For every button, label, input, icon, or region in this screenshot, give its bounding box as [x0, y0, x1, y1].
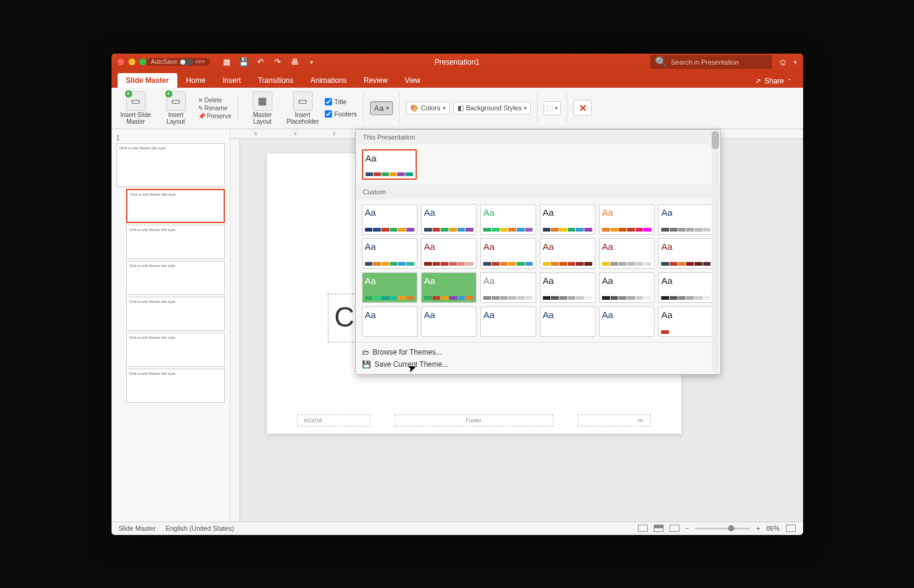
- themes-dropdown-button[interactable]: Aa▾: [370, 101, 393, 115]
- close-window-button[interactable]: [118, 58, 124, 65]
- layout-thumbnail[interactable]: Click to edit Master title style: [126, 189, 225, 223]
- theme-swatch[interactable]: Aa: [480, 306, 536, 337]
- folder-icon: 🗁: [362, 348, 369, 356]
- close-master-button[interactable]: ✕: [573, 100, 592, 116]
- theme-swatch[interactable]: Aa: [540, 272, 595, 303]
- feedback-dropdown-icon[interactable]: ▾: [794, 59, 797, 65]
- theme-swatch[interactable]: Aa: [540, 238, 595, 269]
- insert-layout-button[interactable]: +▭ Insert Layout: [158, 91, 194, 125]
- print-icon[interactable]: 🖶: [289, 57, 300, 68]
- theme-swatch[interactable]: Aa: [362, 204, 417, 235]
- maximize-window-button[interactable]: [140, 58, 146, 65]
- feedback-icon[interactable]: ☺: [778, 57, 787, 67]
- tab-animations[interactable]: Animations: [302, 73, 355, 88]
- reading-view-button[interactable]: [670, 525, 679, 532]
- theme-swatch[interactable]: Aa: [480, 204, 536, 235]
- tab-slide-master[interactable]: Slide Master: [118, 73, 178, 88]
- save-icon: 💾: [362, 360, 371, 369]
- normal-view-button[interactable]: [638, 525, 648, 532]
- status-view-label: Slide Master: [119, 525, 156, 532]
- footer-center-placeholder[interactable]: Footer: [395, 414, 553, 427]
- tab-transitions[interactable]: Transitions: [249, 73, 302, 88]
- theme-swatch[interactable]: Aa: [599, 204, 654, 235]
- themes-scrollbar[interactable]: [712, 131, 719, 373]
- theme-swatch[interactable]: Aa: [421, 306, 476, 337]
- theme-swatch[interactable]: Aa: [362, 238, 417, 269]
- preserve-button[interactable]: 📌Preserve: [198, 113, 232, 119]
- layout-thumbnail[interactable]: Click to edit Master title style: [126, 369, 225, 403]
- layout-thumbnail[interactable]: Click to edit Master title style: [126, 297, 225, 331]
- undo-icon[interactable]: ↶: [255, 57, 266, 68]
- theme-swatch[interactable]: Aa: [540, 204, 595, 235]
- layout-thumbnail[interactable]: Click to edit Master title style: [126, 261, 225, 295]
- theme-swatch[interactable]: Aa: [658, 272, 714, 303]
- autosave-label: AutoSave: [151, 58, 177, 65]
- zoom-in-button[interactable]: +: [756, 525, 760, 532]
- minimize-window-button[interactable]: [129, 58, 135, 65]
- theme-swatch[interactable]: Aa: [421, 272, 476, 303]
- share-button[interactable]: ↗ Share ⌃: [750, 74, 796, 88]
- background-styles-button[interactable]: ◧Background Styles▾: [453, 102, 531, 115]
- zoom-out-button[interactable]: −: [685, 525, 689, 532]
- ribbon-collapse-icon[interactable]: ⌃: [787, 78, 792, 84]
- title-checkbox[interactable]: Title: [325, 98, 357, 105]
- sorter-view-button[interactable]: [654, 525, 664, 532]
- theme-swatch[interactable]: Aa: [421, 204, 476, 235]
- theme-swatch[interactable]: Aa: [658, 306, 714, 337]
- footer-number-placeholder[interactable]: ‹#›: [578, 414, 651, 427]
- save-icon[interactable]: 💾: [238, 57, 249, 68]
- chevron-down-icon: ▾: [386, 105, 389, 111]
- preserve-icon: 📌: [198, 113, 205, 119]
- theme-swatch[interactable]: Aa: [599, 238, 654, 269]
- theme-swatch[interactable]: Aa: [362, 306, 417, 337]
- insert-placeholder-button[interactable]: ▭ Insert Placeholder: [285, 91, 321, 125]
- master-thumbnail[interactable]: Click to edit Master title style: [116, 143, 225, 187]
- theme-swatch[interactable]: Aa: [362, 149, 417, 180]
- autosave-toggle[interactable]: AutoSave OFF: [146, 58, 210, 66]
- theme-swatch[interactable]: Aa: [421, 238, 476, 269]
- theme-swatch[interactable]: Aa: [540, 306, 595, 337]
- zoom-level[interactable]: 86%: [766, 525, 779, 532]
- share-icon: ↗: [755, 77, 761, 85]
- insert-slide-master-button[interactable]: +▭ Insert Slide Master: [118, 91, 154, 125]
- theme-swatch[interactable]: Aa: [480, 272, 536, 303]
- fit-to-window-button[interactable]: [786, 525, 796, 532]
- footers-checkbox[interactable]: Footers: [325, 110, 357, 118]
- rename-button[interactable]: ✎Rename: [198, 105, 232, 112]
- theme-swatch[interactable]: Aa: [599, 306, 654, 337]
- theme-swatch[interactable]: Aa: [658, 238, 714, 269]
- document-title: Presentation1: [434, 58, 480, 66]
- theme-swatch[interactable]: Aa: [480, 238, 536, 269]
- qat-dropdown-icon[interactable]: ▾: [306, 57, 317, 68]
- layout-thumbnail[interactable]: Click to edit Master title style: [126, 225, 225, 259]
- window-controls: [118, 58, 146, 65]
- autosave-state: OFF: [196, 59, 205, 65]
- master-layout-button[interactable]: ▦ Master Layout: [244, 91, 281, 125]
- theme-swatch[interactable]: Aa: [599, 272, 654, 303]
- zoom-slider[interactable]: [695, 528, 750, 530]
- tab-view[interactable]: View: [396, 73, 429, 88]
- delete-button[interactable]: ✕Delete: [198, 97, 232, 104]
- background-icon: ◧: [458, 104, 464, 112]
- tab-home[interactable]: Home: [177, 73, 214, 88]
- autosave-switch[interactable]: [180, 59, 193, 65]
- layout-thumbnail[interactable]: Click to edit Master title style: [126, 333, 225, 367]
- tab-insert[interactable]: Insert: [214, 73, 249, 88]
- slide-size-button[interactable]: ⬚▾: [544, 101, 561, 115]
- status-language[interactable]: English (United States): [166, 525, 235, 532]
- footer-date-placeholder[interactable]: 6/22/18: [297, 414, 370, 427]
- home-icon[interactable]: ▦: [221, 57, 232, 68]
- share-label: Share: [764, 77, 784, 85]
- themes-section-custom: Custom: [356, 185, 720, 199]
- colors-dropdown-button[interactable]: 🎨Colors▾: [406, 102, 450, 115]
- slide-thumbnails-panel[interactable]: 1 Click to edit Master title styleClick …: [112, 129, 230, 522]
- search-icon: 🔍: [655, 56, 667, 68]
- tab-review[interactable]: Review: [355, 73, 396, 88]
- redo-icon[interactable]: ↷: [272, 57, 283, 68]
- search-box[interactable]: 🔍: [650, 55, 772, 69]
- browse-themes-button[interactable]: 🗁Browse for Themes...: [362, 346, 714, 358]
- search-input[interactable]: [671, 58, 767, 66]
- ribbon: +▭ Insert Slide Master +▭ Insert Layout …: [112, 88, 803, 129]
- theme-swatch[interactable]: Aa: [362, 272, 417, 303]
- theme-swatch[interactable]: Aa: [658, 204, 714, 235]
